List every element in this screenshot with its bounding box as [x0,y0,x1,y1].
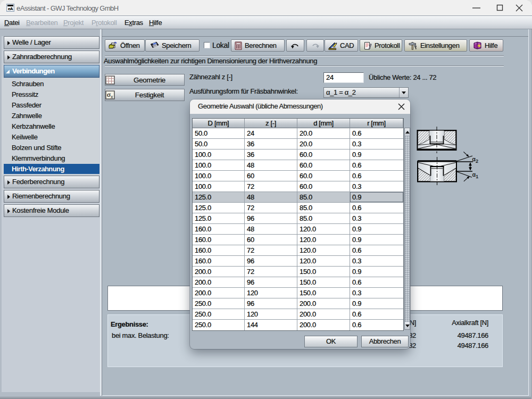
svg-text:σ: σ [107,90,111,98]
svg-text:1: 1 [476,174,478,179]
svg-text:2: 2 [476,159,478,164]
